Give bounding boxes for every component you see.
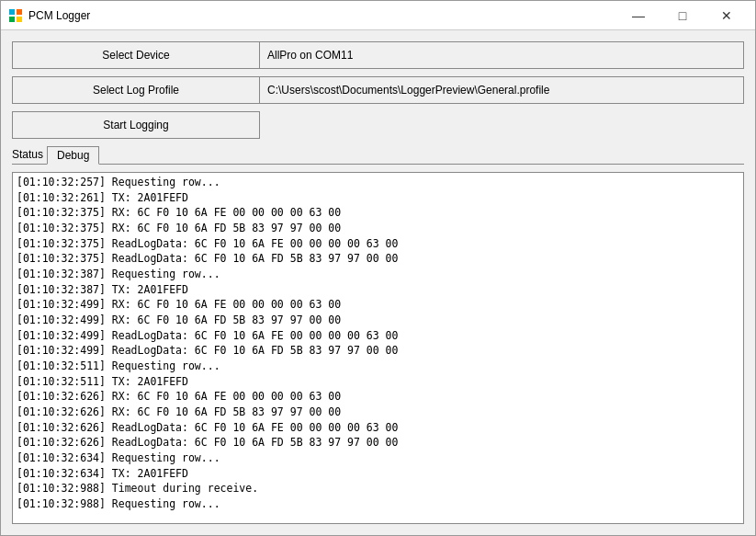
- log-line: [01:10:32:375] RX: 6C F0 10 6A FD 5B 83 …: [17, 221, 739, 236]
- log-line: [01:10:32:387] TX: 2A01FEFD: [17, 282, 739, 298]
- log-line: [01:10:32:261] TX: 2A01FEFD: [17, 190, 739, 206]
- log-line: [01:10:32:499] ReadLogData: 6C F0 10 6A …: [17, 343, 739, 359]
- app-icon: [8, 8, 23, 23]
- log-line: [01:10:32:375] ReadLogData: 6C F0 10 6A …: [17, 236, 739, 252]
- log-line: [01:10:32:499] RX: 6C F0 10 6A FD 5B 83 …: [17, 313, 739, 328]
- svg-rect-3: [17, 17, 22, 22]
- log-line: [01:10:32:634] Requesting row...: [17, 450, 739, 466]
- tab-debug[interactable]: Debug: [47, 146, 99, 165]
- log-line: [01:10:32:511] Requesting row...: [17, 359, 739, 374]
- title-bar: PCM Logger — □ ✕: [1, 1, 755, 30]
- log-output[interactable]: [01:10:32:257] Requesting row...[01:10:3…: [12, 172, 744, 524]
- log-line: [01:10:32:387] Requesting row...: [17, 267, 739, 282]
- svg-rect-0: [9, 9, 15, 15]
- log-line: [01:10:32:626] ReadLogData: 6C F0 10 6A …: [17, 435, 739, 450]
- svg-rect-1: [17, 9, 22, 15]
- device-value: AllPro on COM11: [260, 41, 744, 69]
- window-controls: — □ ✕: [617, 3, 748, 29]
- log-line: [01:10:32:988] Timeout during receive.: [17, 481, 739, 496]
- log-line: [01:10:32:988] Requesting row...: [17, 496, 739, 512]
- log-line: [01:10:32:511] TX: 2A01FEFD: [17, 374, 739, 390]
- start-logging-row: Start Logging: [12, 111, 744, 139]
- minimize-button[interactable]: —: [617, 3, 660, 29]
- log-line: [01:10:32:626] RX: 6C F0 10 6A FE 00 00 …: [17, 389, 739, 405]
- select-device-button[interactable]: Select Device: [12, 41, 260, 69]
- select-log-profile-row: Select Log Profile C:\Users\scost\Docume…: [12, 76, 744, 104]
- log-line: [01:10:32:375] RX: 6C F0 10 6A FE 00 00 …: [17, 205, 739, 221]
- start-logging-button[interactable]: Start Logging: [12, 111, 260, 139]
- main-window: PCM Logger — □ ✕ Select Device AllPro on…: [0, 0, 756, 536]
- log-line: [01:10:32:257] Requesting row...: [17, 175, 739, 190]
- log-line: [01:10:32:499] ReadLogData: 6C F0 10 6A …: [17, 328, 739, 344]
- close-button[interactable]: ✕: [705, 3, 748, 29]
- log-line: [01:10:32:626] ReadLogData: 6C F0 10 6A …: [17, 420, 739, 436]
- tabs-area: Status Debug: [12, 146, 744, 165]
- select-log-profile-button[interactable]: Select Log Profile: [12, 76, 260, 104]
- log-line: [01:10:32:375] ReadLogData: 6C F0 10 6A …: [17, 251, 739, 267]
- select-device-row: Select Device AllPro on COM11: [12, 41, 744, 69]
- profile-value: C:\Users\scost\Documents\LoggerPreview\G…: [260, 76, 744, 104]
- status-label: Status: [12, 148, 43, 163]
- window-title: PCM Logger: [28, 9, 90, 22]
- log-line: [01:10:32:634] TX: 2A01FEFD: [17, 466, 739, 482]
- title-bar-left: PCM Logger: [8, 8, 90, 23]
- log-line: [01:10:32:499] RX: 6C F0 10 6A FE 00 00 …: [17, 297, 739, 313]
- main-content: Select Device AllPro on COM11 Select Log…: [1, 30, 755, 535]
- log-line: [01:10:32:626] RX: 6C F0 10 6A FD 5B 83 …: [17, 405, 739, 420]
- maximize-button[interactable]: □: [661, 3, 704, 29]
- svg-rect-2: [9, 17, 15, 22]
